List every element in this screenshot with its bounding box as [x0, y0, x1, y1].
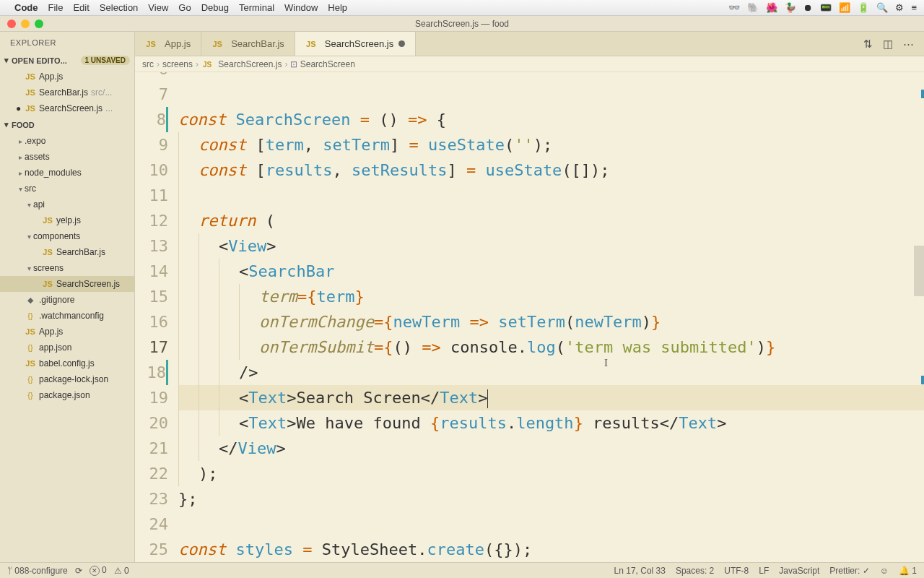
cursor-position[interactable]: Ln 17, Col 33: [614, 566, 666, 576]
folder-item[interactable]: ▸assets: [0, 149, 134, 165]
feedback-icon[interactable]: ☺: [880, 566, 889, 576]
macos-menu-item[interactable]: Terminal: [239, 2, 274, 13]
macos-menu-item[interactable]: Help: [328, 2, 347, 13]
macos-status-icon[interactable]: ⚙: [895, 2, 904, 13]
file-item[interactable]: JSSearchScreen.js: [0, 276, 134, 292]
file-item[interactable]: JSApp.js: [0, 324, 134, 340]
folder-item[interactable]: ▸.expo: [0, 133, 134, 149]
file-item[interactable]: {}package.json: [0, 387, 134, 403]
editor-tab[interactable]: JSApp.js: [135, 32, 201, 56]
project-header[interactable]: ▾ FOOD: [0, 118, 134, 131]
editor-tab[interactable]: JSSearchBar.js: [201, 32, 295, 56]
open-editors-header[interactable]: ▾ OPEN EDITO... 1 UNSAVED: [0, 53, 134, 67]
file-item[interactable]: {}app.json: [0, 340, 134, 355]
macos-menu-item[interactable]: View: [148, 2, 168, 13]
notifications[interactable]: 🔔 1: [899, 566, 917, 576]
file-item[interactable]: {}.watchmanconfig: [0, 308, 134, 324]
editor-tabs: JSApp.jsJSSearchBar.jsJSSearchScreen.js …: [135, 32, 924, 56]
project-label: FOOD: [12, 121, 35, 129]
file-item[interactable]: ◆.gitignore: [0, 292, 134, 308]
breadcrumb-item[interactable]: JS SearchScreen.js: [201, 59, 282, 69]
eol[interactable]: LF: [759, 566, 769, 576]
breadcrumb-item[interactable]: ⊡ SearchScreen: [290, 59, 354, 69]
window-title: SearchScreen.js — food: [415, 19, 509, 29]
open-editor-item[interactable]: JSApp.js: [0, 69, 134, 85]
macos-app-name[interactable]: Code: [14, 2, 38, 13]
macos-status-icon[interactable]: 📶: [839, 2, 850, 13]
encoding[interactable]: UTF-8: [724, 566, 749, 576]
macos-status: 👓🐘🌺🦆⏺📟📶🔋🔍⚙≡: [728, 2, 917, 13]
window-titlebar: SearchScreen.js — food: [0, 16, 924, 32]
breadcrumb-item[interactable]: src: [142, 59, 154, 69]
gutter: 678910111213141516171819202122232425: [135, 72, 178, 562]
text-cursor-icon: I: [604, 350, 608, 376]
folder-item[interactable]: ▾src: [0, 181, 134, 197]
folder-item[interactable]: ▾api: [0, 197, 134, 212]
prettier-status[interactable]: Prettier: ✓: [829, 566, 869, 576]
macos-menu-item[interactable]: Edit: [73, 2, 89, 13]
macos-status-icon[interactable]: 🔍: [876, 2, 888, 13]
chevron-down-icon: ▾: [4, 120, 12, 129]
file-item[interactable]: {}package-lock.json: [0, 371, 134, 387]
macos-menu-item[interactable]: Go: [178, 2, 191, 13]
macos-status-icon[interactable]: ⏺: [803, 2, 813, 13]
macos-status-icon[interactable]: 🦆: [785, 2, 796, 13]
macos-status-icon[interactable]: 🌺: [766, 2, 777, 13]
language-mode[interactable]: JavaScript: [779, 566, 819, 576]
close-window-button[interactable]: [7, 20, 16, 28]
statusbar: ᛘ 088-configure ⟳ ✕ 0 ⚠ 0 Ln 17, Col 33 …: [0, 562, 924, 578]
compare-icon[interactable]: ⇅: [863, 38, 873, 51]
indentation[interactable]: Spaces: 2: [676, 566, 714, 576]
macos-status-icon[interactable]: 🔋: [858, 2, 869, 13]
split-editor-icon[interactable]: ◫: [883, 38, 893, 51]
file-item[interactable]: JSSearchBar.js: [0, 244, 134, 260]
macos-menu[interactable]: FileEditSelectionViewGoDebugTerminalWind…: [48, 2, 358, 13]
sidebar: EXPLORER ▾ OPEN EDITO... 1 UNSAVED JSApp…: [0, 32, 135, 562]
zoom-window-button[interactable]: [35, 20, 43, 28]
code-lines[interactable]: const SearchScreen = () => {const [term,…: [178, 72, 924, 562]
open-editors-label: OPEN EDITO...: [12, 56, 67, 65]
project-tree: ▸.expo▸assets▸node_modules▾src▾apiJSyelp…: [0, 131, 134, 562]
editor-actions: ⇅ ◫ ⋯: [853, 32, 924, 56]
unsaved-badge: 1 UNSAVED: [81, 56, 131, 65]
breadcrumb-item[interactable]: screens: [162, 59, 193, 69]
dirty-indicator-icon: [398, 40, 405, 47]
macos-menu-item[interactable]: Selection: [100, 2, 138, 13]
macos-status-icon[interactable]: 🐘: [747, 2, 759, 13]
macos-menu-item[interactable]: Window: [284, 2, 318, 13]
file-item[interactable]: JSyelp.js: [0, 212, 134, 228]
file-item[interactable]: JSbabel.config.js: [0, 355, 134, 371]
folder-item[interactable]: ▾screens: [0, 260, 134, 276]
sidebar-title: EXPLORER: [0, 32, 134, 53]
macos-status-icon[interactable]: 📟: [820, 2, 832, 13]
macos-status-icon[interactable]: 👓: [728, 2, 740, 13]
folder-item[interactable]: ▸node_modules: [0, 165, 134, 181]
git-branch[interactable]: ᛘ 088-configure: [7, 566, 68, 576]
code-editor[interactable]: 678910111213141516171819202122232425 con…: [135, 72, 924, 562]
more-icon[interactable]: ⋯: [903, 38, 914, 51]
editor-tab[interactable]: JSSearchScreen.js: [295, 32, 416, 56]
macos-menu-item[interactable]: File: [48, 2, 64, 13]
editor-area: JSApp.jsJSSearchBar.jsJSSearchScreen.js …: [135, 32, 924, 562]
macos-menu-item[interactable]: Debug: [201, 2, 229, 13]
breadcrumbs[interactable]: src›screens›JS SearchScreen.js›⊡ SearchS…: [135, 56, 924, 72]
open-editor-item[interactable]: ●JSSearchScreen.js...: [0, 100, 134, 116]
chevron-down-icon: ▾: [4, 56, 12, 65]
macos-status-icon[interactable]: ≡: [911, 2, 917, 13]
errors-count[interactable]: ✕ 0: [90, 565, 107, 576]
scrollbar-thumb[interactable]: [914, 246, 924, 296]
warnings-count[interactable]: ⚠ 0: [114, 566, 129, 576]
macos-menubar: Code FileEditSelectionViewGoDebugTermina…: [0, 0, 924, 16]
sync-icon[interactable]: ⟳: [75, 566, 82, 576]
open-editors-list: JSApp.jsJSSearchBar.jssrc/...●JSSearchSc…: [0, 67, 134, 118]
open-editor-item[interactable]: JSSearchBar.jssrc/...: [0, 85, 134, 100]
minimize-window-button[interactable]: [21, 20, 30, 28]
minimap[interactable]: [914, 72, 924, 562]
folder-item[interactable]: ▾components: [0, 228, 134, 244]
